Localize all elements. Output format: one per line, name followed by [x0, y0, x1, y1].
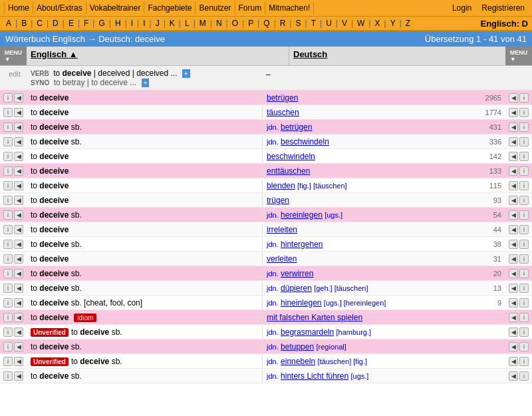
alpha-g[interactable]: G	[96, 18, 106, 29]
de-word[interactable]: hintergehen	[281, 240, 323, 249]
audio-icon-left[interactable]: ◀	[14, 196, 23, 205]
info-icon-left[interactable]: i	[3, 327, 13, 337]
audio-icon-left[interactable]: ◀	[14, 298, 23, 308]
audio-icon-left[interactable]: ◀	[14, 137, 23, 146]
info-icon-left[interactable]: i	[3, 181, 13, 190]
alpha-k[interactable]: K	[168, 18, 177, 29]
info-icon-right[interactable]: i	[519, 327, 529, 337]
info-icon-left[interactable]: i	[3, 210, 13, 220]
nav-forum[interactable]: Forum	[235, 2, 266, 14]
info-icon-right[interactable]: i	[519, 196, 529, 205]
alpha-s[interactable]: S	[294, 18, 303, 29]
audio-icon-left[interactable]: ◀	[14, 225, 23, 234]
audio-icon-right[interactable]: ◀	[509, 313, 518, 322]
de-word[interactable]: hereinlegen	[281, 210, 323, 220]
info-icon-left[interactable]: i	[3, 137, 13, 146]
de-word[interactable]: beschwindeln	[267, 152, 315, 161]
menu-right-button[interactable]: MENU▼	[505, 47, 532, 65]
alpha-b[interactable]: B	[19, 18, 29, 29]
info-icon-right[interactable]: i	[519, 152, 529, 161]
audio-icon-right[interactable]: ◀	[509, 166, 518, 176]
audio-icon-left[interactable]: ◀	[14, 284, 23, 293]
de-word[interactable]: blenden	[267, 181, 295, 190]
audio-icon-left[interactable]: ◀	[14, 327, 23, 337]
alpha-l[interactable]: L	[183, 18, 192, 29]
info-icon-right[interactable]: i	[519, 269, 529, 278]
de-word[interactable]: trügen	[267, 196, 289, 205]
audio-icon-right[interactable]: ◀	[509, 357, 518, 366]
de-word[interactable]: einnebeln	[281, 357, 315, 366]
info-icon-left[interactable]: i	[3, 342, 13, 351]
audio-icon-right[interactable]: ◀	[509, 122, 518, 132]
edit-label[interactable]: edit	[9, 69, 21, 78]
info-icon-right[interactable]: i	[519, 93, 529, 103]
alpha-f[interactable]: F	[82, 18, 90, 29]
audio-icon-left[interactable]: ◀	[14, 210, 23, 220]
info-icon-right[interactable]: i	[519, 181, 529, 190]
audio-icon-left[interactable]: ◀	[14, 181, 23, 190]
audio-icon-right[interactable]: ◀	[509, 181, 518, 190]
info-icon-right[interactable]: i	[519, 225, 529, 234]
nav-vokabel[interactable]: Vokabeltrainer	[86, 2, 145, 14]
de-word[interactable]: verwirren	[281, 269, 313, 278]
audio-icon-right[interactable]: ◀	[509, 152, 518, 161]
audio-icon-right[interactable]: ◀	[509, 269, 518, 278]
alpha-e[interactable]: E	[66, 18, 76, 29]
de-word[interactable]: beschwindeln	[281, 137, 329, 146]
info-icon-left[interactable]: i	[3, 166, 13, 176]
info-icon-right[interactable]: i	[519, 137, 529, 146]
alpha-v[interactable]: V	[340, 18, 349, 29]
audio-icon-left[interactable]: ◀	[14, 122, 23, 132]
alpha-d[interactable]: D	[51, 18, 61, 29]
audio-icon-right[interactable]: ◀	[509, 298, 518, 308]
audio-icon-left[interactable]: ◀	[14, 108, 23, 117]
audio-icon-right[interactable]: ◀	[509, 254, 518, 264]
alpha-r[interactable]: R	[278, 18, 288, 29]
info-icon-left[interactable]: i	[3, 284, 13, 293]
audio-icon-right[interactable]: ◀	[509, 327, 518, 337]
info-icon-right[interactable]: i	[519, 166, 529, 176]
info-icon-right[interactable]: i	[519, 108, 529, 117]
info-icon-right[interactable]: i	[519, 122, 529, 132]
alpha-y[interactable]: Y	[388, 18, 398, 29]
info-icon-right[interactable]: i	[519, 371, 529, 381]
audio-icon-right[interactable]: ◀	[509, 108, 518, 117]
audio-icon-right[interactable]: ◀	[509, 137, 518, 146]
alpha-p[interactable]: P	[246, 18, 255, 29]
alpha-c[interactable]: C	[35, 18, 45, 29]
info-icon-left[interactable]: i	[3, 269, 13, 278]
audio-icon-right[interactable]: ◀	[509, 240, 518, 249]
de-word[interactable]: begrasmardeln	[281, 327, 334, 337]
audio-icon-left[interactable]: ◀	[14, 269, 23, 278]
info-icon-right[interactable]: i	[519, 254, 529, 264]
info-icon-right[interactable]: i	[519, 240, 529, 249]
info-icon-left[interactable]: i	[3, 196, 13, 205]
audio-icon-right[interactable]: ◀	[509, 284, 518, 293]
audio-icon-left[interactable]: ◀	[14, 371, 23, 381]
alpha-q[interactable]: Q	[261, 18, 271, 29]
de-word[interactable]: täuschen	[267, 108, 299, 117]
info-icon-left[interactable]: i	[3, 298, 13, 308]
audio-icon-left[interactable]: ◀	[14, 240, 23, 249]
info-icon-right[interactable]: i	[519, 210, 529, 220]
alpha-h[interactable]: H	[113, 18, 123, 29]
audio-icon-left[interactable]: ◀	[14, 93, 23, 103]
nav-home[interactable]: Home	[4, 2, 33, 14]
de-word[interactable]: betuppen	[281, 342, 314, 351]
info-icon-left[interactable]: i	[3, 122, 13, 132]
alpha-z[interactable]: Z	[404, 18, 412, 29]
alpha-m[interactable]: M	[198, 18, 208, 29]
info-icon-left[interactable]: i	[3, 240, 13, 249]
nav-about[interactable]: About/Extras	[33, 2, 86, 14]
info-icon-right[interactable]: i	[519, 298, 529, 308]
add-syno-button[interactable]: +	[142, 79, 150, 87]
de-word[interactable]: enttäuschen	[267, 166, 310, 176]
col-german-header[interactable]: Deutsch	[289, 47, 505, 65]
audio-icon-left[interactable]: ◀	[14, 152, 23, 161]
alpha-a[interactable]: A	[4, 18, 13, 29]
de-word[interactable]: hinters Licht führen	[281, 371, 348, 381]
col-english-header[interactable]: Englisch ▲	[27, 47, 289, 65]
audio-icon-right[interactable]: ◀	[509, 225, 518, 234]
audio-icon-right[interactable]: ◀	[509, 342, 518, 351]
register-link[interactable]: Registrieren	[478, 2, 528, 14]
